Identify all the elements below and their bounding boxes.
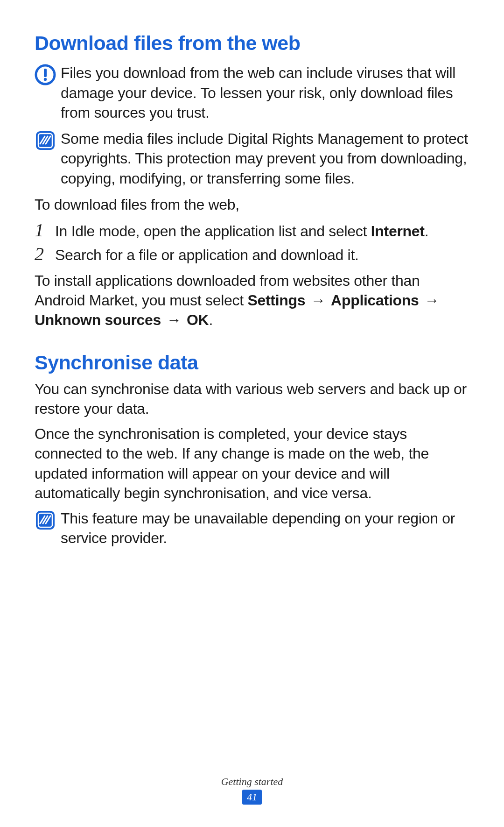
svg-rect-1 [44,69,47,77]
info-note-region: This feature may be unavailable dependin… [35,509,469,548]
step-1-pre: In Idle mode, open the application list … [55,223,371,240]
warning-note: Files you download from the web can incl… [35,63,469,122]
arrow-icon: → [165,310,183,330]
note-icon [35,509,56,531]
page-number-badge: 41 [242,790,262,805]
install-b4: OK [187,311,209,328]
svg-point-2 [44,78,47,81]
install-post: . [209,311,213,328]
install-instructions: To install applications downloaded from … [35,271,469,330]
drm-text: Some media files include Digital Rights … [61,129,469,188]
footer-section-label: Getting started [0,776,504,788]
install-b1: Settings [247,292,305,309]
step-1-bold: Internet [371,223,425,240]
warning-text: Files you download from the web can incl… [61,63,469,122]
arrow-icon: → [309,290,327,310]
step-2: 2 Search for a file or application and d… [35,244,469,265]
step-1-post: . [425,223,429,240]
page-footer: Getting started 41 [0,776,504,805]
step-2-text: Search for a file or application and dow… [55,245,469,265]
heading-download: Download files from the web [35,32,469,55]
note-icon [35,130,56,151]
heading-synchronise: Synchronise data [35,351,469,374]
install-b3: Unknown sources [35,311,161,328]
region-text: This feature may be unavailable dependin… [61,509,469,548]
info-note-drm: Some media files include Digital Rights … [35,129,469,188]
manual-page: Download files from the web Files you do… [0,0,504,827]
step-number: 2 [35,244,55,264]
download-intro: To download files from the web, [35,195,469,214]
sync-p1: You can synchronise data with various we… [35,379,469,418]
step-number: 1 [35,220,55,240]
arrow-icon: → [423,290,441,310]
step-1-text: In Idle mode, open the application list … [55,221,469,241]
step-1: 1 In Idle mode, open the application lis… [35,220,469,241]
alert-icon [35,64,56,85]
sync-p2: Once the synchronisation is completed, y… [35,424,469,503]
steps-list: 1 In Idle mode, open the application lis… [35,220,469,265]
install-b2: Applications [331,292,419,309]
